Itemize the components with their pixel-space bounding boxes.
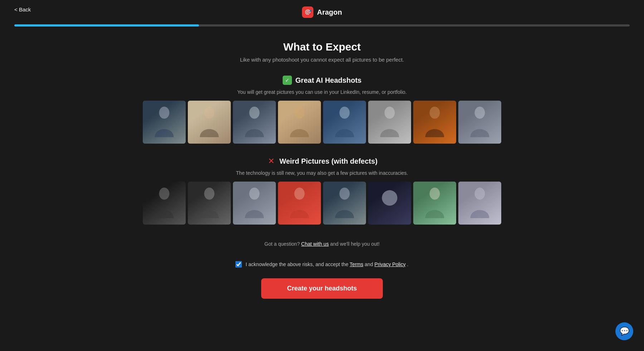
good-photo-5: [323, 101, 366, 144]
good-photo-2: [188, 101, 231, 144]
acknowledge-row: I acknowledge the above risks, and accep…: [235, 261, 408, 268]
chat-text-after: and we'll help you out!: [330, 241, 380, 247]
good-section-header: ✓ Great AI Headshots: [143, 76, 501, 85]
bad-photo-2: [188, 182, 231, 225]
svg-point-3: [294, 107, 305, 119]
good-photo-1: [143, 101, 186, 144]
bad-photo-8: [458, 182, 501, 225]
svg-point-1: [204, 107, 215, 119]
create-headshots-button[interactable]: Create your headshots: [261, 278, 383, 299]
bad-section: ✕ Weird Pictures (with defects) The tech…: [143, 157, 501, 225]
terms-link[interactable]: Terms: [350, 261, 363, 267]
back-button[interactable]: < Back: [14, 6, 31, 13]
svg-point-7: [475, 107, 485, 119]
main-content: What to Expect Like with any photoshoot …: [0, 27, 644, 313]
good-section-title: Great AI Headshots: [296, 76, 362, 85]
chat-link[interactable]: Chat with us: [301, 241, 329, 247]
svg-point-6: [430, 107, 440, 119]
svg-point-12: [340, 188, 350, 200]
bad-section-title: Weird Pictures (with defects): [279, 157, 377, 165]
chat-bubble-icon: 💬: [620, 327, 629, 336]
bad-section-desc: The technology is still new, you may als…: [143, 170, 501, 176]
svg-point-5: [385, 107, 395, 119]
svg-point-10: [249, 188, 260, 200]
bad-photo-5: [323, 182, 366, 225]
bad-image-grid: [143, 182, 501, 225]
logo-icon: 🎯: [302, 6, 313, 18]
good-photo-6: [368, 101, 411, 144]
page-title: What to Expect: [283, 41, 361, 53]
svg-point-2: [249, 107, 260, 119]
bad-photo-1: [143, 182, 186, 225]
svg-point-15: [475, 188, 485, 200]
bad-section-header: ✕ Weird Pictures (with defects): [143, 157, 501, 166]
privacy-link[interactable]: Privacy Policy: [375, 261, 406, 267]
chat-support-bubble[interactable]: 💬: [615, 322, 633, 340]
checkbox-label-before: I acknowledge the above risks, and accep…: [245, 261, 348, 267]
bad-photo-4: [278, 182, 321, 225]
svg-point-9: [204, 188, 215, 200]
svg-point-13: [382, 190, 397, 206]
acknowledge-checkbox[interactable]: [235, 261, 242, 268]
svg-point-14: [430, 188, 440, 200]
checkbox-label-end: .: [407, 261, 409, 267]
good-photo-3: [233, 101, 276, 144]
svg-point-4: [340, 107, 350, 119]
svg-point-8: [159, 188, 170, 200]
good-image-grid: [143, 101, 501, 144]
and-text: and: [365, 261, 373, 267]
good-photo-7: [413, 101, 456, 144]
app-name: Aragon: [317, 8, 342, 16]
bad-photo-7: [413, 182, 456, 225]
svg-point-0: [159, 107, 170, 119]
acknowledge-label: I acknowledge the above risks, and accep…: [245, 261, 408, 267]
chat-row: Got a question? Chat with us and we'll h…: [264, 241, 380, 247]
svg-point-11: [294, 188, 305, 200]
bad-x-icon: ✕: [267, 157, 276, 166]
header: < Back 🎯 Aragon: [0, 0, 644, 18]
good-photo-8: [458, 101, 501, 144]
bad-photo-3: [233, 182, 276, 225]
chat-text-before: Got a question?: [264, 241, 300, 247]
logo-area: 🎯 Aragon: [302, 6, 342, 18]
page-subtitle: Like with any photoshoot you cannot expe…: [240, 57, 404, 63]
good-section-desc: You will get great pictures you can use …: [143, 89, 501, 95]
good-check-icon: ✓: [283, 76, 292, 85]
back-label: < Back: [14, 6, 31, 13]
bad-photo-6: [368, 182, 411, 225]
good-section: ✓ Great AI Headshots You will get great …: [143, 76, 501, 144]
good-photo-4: [278, 101, 321, 144]
